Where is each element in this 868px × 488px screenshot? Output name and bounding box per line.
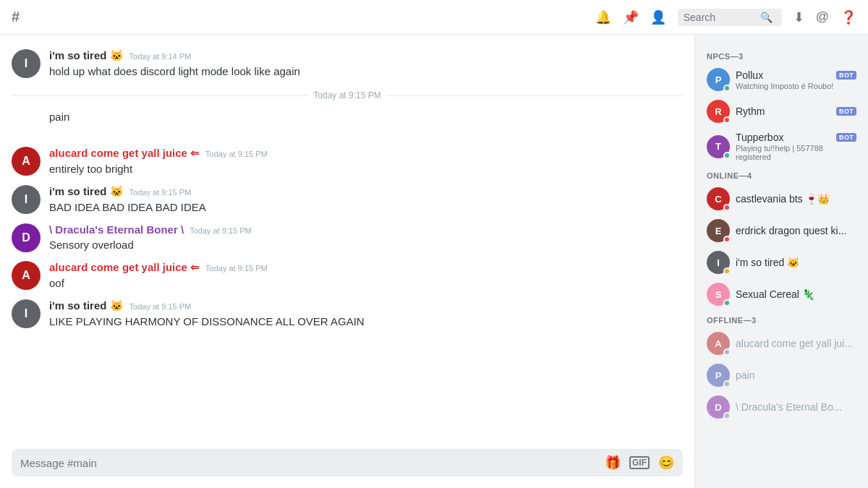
topbar: # 🔔 📌 👤 🔍 ⬇ @ ❓: [0, 0, 868, 35]
at-icon[interactable]: @: [816, 9, 829, 25]
member-sub-text: Playing tu!!help | 557788 registered: [736, 144, 856, 161]
search-bar[interactable]: 🔍: [678, 9, 782, 26]
download-icon[interactable]: ⬇: [793, 9, 804, 25]
username[interactable]: i'm so tired 🐱: [49, 185, 124, 198]
member-info: alucard come get yall jui...: [736, 338, 856, 349]
member-item[interactable]: I i'm so tired 🐱: [701, 247, 862, 278]
message-input[interactable]: [20, 457, 599, 469]
member-item[interactable]: R RythmBOT: [701, 95, 862, 127]
input-icons: 🎁 GIF 😊: [605, 455, 674, 471]
status-dot: [723, 380, 731, 388]
message-content: pain: [49, 109, 683, 138]
topbar-icons: 🔔 📌 👤 🔍 ⬇ @ ❓: [595, 9, 856, 26]
members-icon[interactable]: 👤: [650, 9, 666, 25]
member-info: RythmBOT: [736, 106, 856, 117]
main-area: I i'm so tired 🐱 Today at 9:14 PM hold u…: [0, 35, 868, 488]
username[interactable]: i'm so tired 🐱: [49, 49, 124, 62]
message-text: pain: [49, 109, 683, 124]
member-item[interactable]: E erdrick dragon quest ki...: [701, 215, 862, 247]
member-avatar: D: [707, 395, 730, 419]
message-input-area: 🎁 GIF 😊: [0, 443, 694, 488]
member-name: Rythm: [736, 106, 833, 117]
search-icon: 🔍: [760, 12, 773, 23]
message-text: oof: [49, 275, 683, 291]
pin-icon[interactable]: 📌: [623, 9, 639, 25]
timestamp: Today at 9:14 PM: [129, 52, 192, 61]
bell-icon[interactable]: 🔔: [595, 9, 611, 25]
avatar: D: [12, 223, 41, 252]
member-item[interactable]: P PolluxBOT Watching Imposto é Roubo!: [701, 64, 862, 95]
member-name-row: castlevania bts 🍷👑: [736, 193, 856, 205]
member-item[interactable]: D \ Dracula's Eternal Bo...: [701, 391, 862, 423]
member-group-header: ONLINE—4: [701, 166, 862, 183]
message-header: alucard come get yall juice ⇐ Today at 9…: [49, 147, 683, 160]
status-dot: [723, 204, 731, 211]
help-icon[interactable]: ❓: [841, 9, 856, 25]
member-name: Sexual Cereal 🦎: [736, 288, 856, 300]
emoji-icon[interactable]: 😊: [658, 455, 674, 471]
member-name: alucard come get yall jui...: [736, 338, 856, 349]
members-sidebar: NPCS—3 P PolluxBOT Watching Imposto é Ro…: [694, 35, 868, 488]
member-item[interactable]: T TupperboxBOT Playing tu!!help | 557788…: [701, 127, 862, 166]
member-name: pain: [736, 369, 856, 381]
member-item[interactable]: A alucard come get yall jui...: [701, 328, 862, 359]
member-avatar: R: [707, 100, 730, 123]
member-item[interactable]: P pain: [701, 359, 862, 391]
channel-name: #: [12, 9, 587, 25]
member-name: Tupperbox: [736, 132, 833, 143]
member-name-row: Sexual Cereal 🦎: [736, 288, 856, 300]
message-header: \ Dracula's Eternal Boner \ Today at 9:1…: [49, 223, 683, 236]
message-group: P pain: [0, 106, 694, 141]
status-dot: [723, 267, 731, 275]
message-text: BAD IDEA BAD IDEA BAD IDEA: [49, 200, 683, 215]
search-input[interactable]: [684, 12, 756, 23]
username[interactable]: alucard come get yall juice ⇐: [49, 261, 200, 274]
member-item[interactable]: C castlevania bts 🍷👑: [701, 183, 862, 215]
member-avatar: A: [707, 332, 730, 355]
message-content: i'm so tired 🐱 Today at 9:15 PM BAD IDEA…: [49, 185, 683, 215]
message-text: hold up what does discord light mode loo…: [49, 64, 683, 79]
timestamp: Today at 9:15 PM: [205, 264, 268, 273]
message-group: A alucard come get yall juice ⇐ Today at…: [0, 258, 694, 294]
member-avatar: S: [707, 283, 730, 306]
message-group: A alucard come get yall juice ⇐ Today at…: [0, 144, 694, 179]
member-info: castlevania bts 🍷👑: [736, 193, 856, 205]
username[interactable]: alucard come get yall juice ⇐: [49, 147, 200, 160]
message-header: i'm so tired 🐱 Today at 9:15 PM: [49, 185, 683, 198]
status-dot: [723, 85, 731, 92]
member-info: Sexual Cereal 🦎: [736, 288, 856, 300]
member-name-row: i'm so tired 🐱: [736, 257, 856, 268]
member-group-header: NPCS—3: [701, 46, 862, 64]
member-name: Pollux: [736, 69, 833, 81]
username[interactable]: \ Dracula's Eternal Boner \: [49, 223, 184, 236]
gift-icon[interactable]: 🎁: [605, 455, 621, 471]
message-content: \ Dracula's Eternal Boner \ Today at 9:1…: [49, 223, 683, 252]
message-content: i'm so tired 🐱 Today at 9:15 PM LIKE PLA…: [49, 299, 683, 329]
member-info: TupperboxBOT Playing tu!!help | 557788 r…: [736, 132, 856, 161]
message-header: alucard come get yall juice ⇐ Today at 9…: [49, 261, 683, 274]
status-dot: [723, 236, 731, 243]
username[interactable]: i'm so tired 🐱: [49, 299, 124, 312]
member-name: i'm so tired 🐱: [736, 257, 856, 268]
message-group: I i'm so tired 🐱 Today at 9:14 PM hold u…: [0, 46, 694, 82]
member-name: erdrick dragon quest ki...: [736, 225, 856, 236]
timestamp: Today at 9:15 PM: [190, 226, 252, 235]
avatar: I: [12, 49, 41, 78]
divider-line: [12, 95, 307, 96]
member-name-row: pain: [736, 369, 856, 381]
member-avatar: T: [707, 135, 730, 158]
member-avatar: I: [707, 251, 730, 274]
avatar: A: [12, 147, 41, 176]
member-name-row: \ Dracula's Eternal Bo...: [736, 401, 856, 413]
member-item[interactable]: S Sexual Cereal 🦎: [701, 278, 862, 310]
message-group: D \ Dracula's Eternal Boner \ Today at 9…: [0, 221, 694, 255]
gif-icon[interactable]: GIF: [629, 456, 650, 469]
timestamp: Today at 9:15 PM: [129, 188, 192, 197]
message-header: i'm so tired 🐱 Today at 9:14 PM: [49, 49, 683, 62]
member-name: \ Dracula's Eternal Bo...: [736, 401, 856, 413]
bot-tag: BOT: [836, 71, 856, 80]
member-name: castlevania bts 🍷👑: [736, 193, 856, 205]
status-dot: [723, 348, 731, 356]
member-name-row: TupperboxBOT: [736, 132, 856, 143]
messages-list: I i'm so tired 🐱 Today at 9:14 PM hold u…: [0, 35, 694, 443]
